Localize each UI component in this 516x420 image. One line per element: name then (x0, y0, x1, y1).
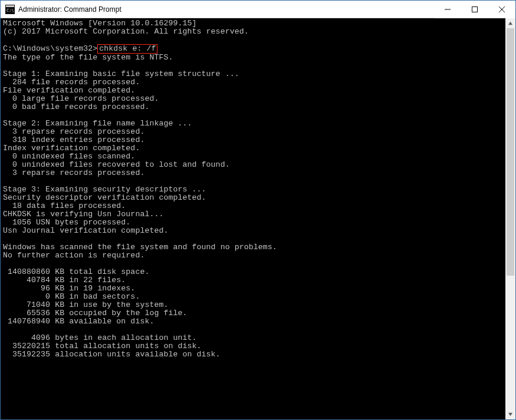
client-area: Microsoft Windows [Version 10.0.16299.15… (1, 18, 515, 419)
svg-marker-8 (508, 413, 512, 416)
output-line: 0 KB in bad sectors. (3, 292, 140, 301)
output-line: 40784 KB in 22 files. (3, 276, 126, 285)
output-line: 318 index entries processed. (3, 135, 144, 144)
output-line: 65536 KB occupied by the log file. (3, 309, 188, 318)
output-line: 0 large file records processed. (3, 94, 159, 103)
output-line: No further action is required. (3, 251, 144, 260)
output-line: CHKDSK is verifying Usn Journal... (3, 210, 163, 219)
output-line: 35192235 allocation units available on d… (3, 350, 221, 359)
output-line: Index verification completed. (3, 144, 140, 153)
output-line: 284 file records processed. (3, 78, 140, 87)
svg-marker-7 (508, 22, 512, 25)
prompt-path: C:\Windows\system32> (3, 44, 97, 53)
output-line: Windows has scanned the file system and … (3, 243, 277, 252)
output-line: (c) 2017 Microsoft Corporation. All righ… (3, 27, 249, 36)
minimize-button[interactable] (434, 1, 461, 18)
output-line: Stage 2: Examining file name linkage ... (3, 119, 192, 128)
close-button[interactable] (488, 1, 515, 18)
svg-rect-3 (445, 9, 451, 9)
titlebar[interactable]: C:\ Administrator: Command Prompt (1, 1, 515, 18)
output-line: 3 reparse records processed. (3, 127, 144, 136)
highlighted-command: chkdsk e: /f (97, 44, 157, 54)
svg-rect-1 (6, 5, 14, 7)
scrollbar-thumb[interactable] (507, 28, 514, 276)
command-text: chkdsk e: /f (99, 44, 156, 53)
output-line: 18 data files processed. (3, 201, 126, 210)
scrollbar-track[interactable] (505, 28, 515, 409)
output-line: 4096 bytes in each allocation unit. (3, 333, 197, 342)
output-line: Stage 3: Examining security descriptors … (3, 185, 206, 194)
output-line: Stage 1: Examining basic file system str… (3, 70, 239, 78)
output-line: 0 bad file records processed. (3, 102, 149, 111)
maximize-button[interactable] (461, 1, 488, 18)
output-line: 140880860 KB total disk space. (3, 267, 149, 276)
console-output[interactable]: Microsoft Windows [Version 10.0.16299.15… (1, 18, 505, 419)
svg-text:C:\: C:\ (6, 8, 14, 13)
window-title: Administrator: Command Prompt (18, 5, 121, 14)
command-prompt-window: C:\ Administrator: Command Prompt Micros… (0, 0, 516, 420)
output-line: The type of the file system is NTFS. (3, 53, 173, 62)
vertical-scrollbar[interactable] (505, 18, 515, 419)
output-line: 3 reparse records processed. (3, 168, 144, 177)
output-line: 0 unindexed files scanned. (3, 152, 135, 161)
output-line: 35220215 total allocation units on disk. (3, 342, 202, 350)
output-line: File verification completed. (3, 86, 135, 95)
scroll-up-button[interactable] (505, 18, 515, 28)
cmd-icon: C:\ (5, 5, 15, 14)
svg-rect-4 (472, 6, 478, 12)
output-line: 71040 KB in use by the system. (3, 300, 168, 309)
output-line: Security descriptor verification complet… (3, 193, 206, 202)
output-line: Microsoft Windows [Version 10.0.16299.15… (3, 19, 197, 28)
output-line: Usn Journal verification completed. (3, 226, 168, 235)
output-line: 140768940 KB available on disk. (3, 317, 154, 326)
output-line: 0 unindexed files recovered to lost and … (3, 160, 230, 169)
output-line: 96 KB in 19 indexes. (3, 284, 135, 293)
output-line: 1056 USN bytes processed. (3, 218, 130, 227)
scroll-down-button[interactable] (505, 409, 515, 419)
